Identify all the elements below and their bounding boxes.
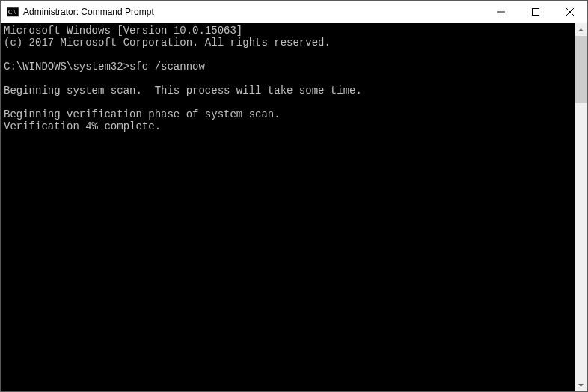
terminal-line: C:\WINDOWS\system32>sfc /scannow — [4, 61, 572, 73]
svg-rect-3 — [533, 9, 539, 16]
close-icon — [566, 8, 574, 16]
cmd-icon: C:\ — [7, 6, 19, 18]
scrollbar-thumb[interactable] — [575, 36, 587, 103]
vertical-scrollbar[interactable] — [575, 23, 587, 391]
scroll-up-button[interactable] — [575, 23, 587, 36]
terminal-line: Beginning system scan. This process will… — [4, 85, 572, 97]
terminal-line: Verification 4% complete. — [4, 120, 572, 132]
terminal-line: Beginning verification phase of system s… — [4, 108, 572, 120]
svg-line-4 — [566, 8, 574, 16]
close-button[interactable] — [553, 1, 587, 23]
titlebar[interactable]: C:\ Administrator: Command Prompt — [1, 1, 587, 23]
terminal-output[interactable]: Microsoft Windows [Version 10.0.15063](c… — [1, 23, 575, 391]
scroll-down-button[interactable] — [575, 379, 587, 391]
terminal-line — [4, 73, 572, 85]
svg-line-5 — [566, 8, 574, 16]
minimize-button[interactable] — [484, 1, 518, 23]
scrollbar-track[interactable] — [575, 36, 587, 379]
terminal-area: Microsoft Windows [Version 10.0.15063](c… — [1, 23, 587, 391]
svg-text:C:\: C:\ — [8, 9, 16, 16]
command-prompt-window: C:\ Administrator: Command Prompt — [0, 0, 588, 392]
terminal-line: Microsoft Windows [Version 10.0.15063] — [4, 25, 572, 37]
minimize-icon — [497, 8, 505, 16]
terminal-line — [4, 97, 572, 108]
chevron-down-icon — [578, 384, 584, 387]
svg-marker-6 — [578, 28, 584, 31]
window-title: Administrator: Command Prompt — [23, 1, 484, 23]
maximize-icon — [532, 8, 539, 16]
svg-marker-7 — [578, 384, 584, 387]
terminal-line: (c) 2017 Microsoft Corporation. All righ… — [4, 37, 572, 49]
window-controls — [484, 1, 587, 23]
terminal-line — [4, 49, 572, 61]
maximize-button[interactable] — [518, 1, 553, 23]
chevron-up-icon — [578, 28, 584, 31]
